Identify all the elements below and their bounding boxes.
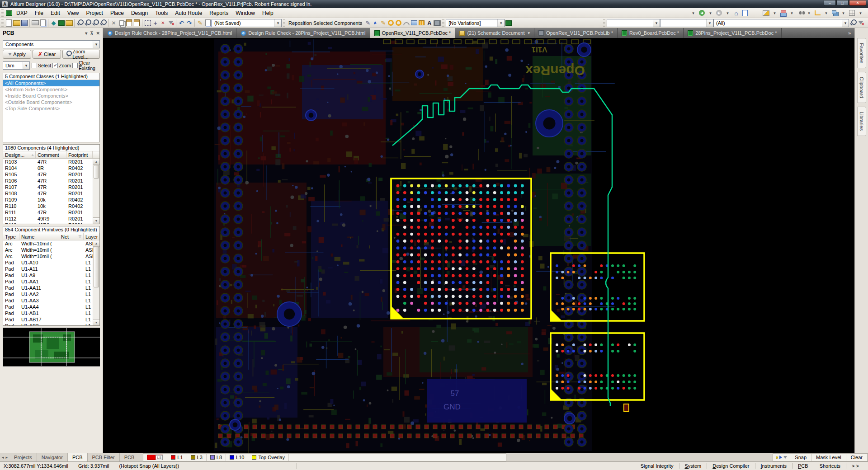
primitive-row[interactable]: Pad U1-A9 L1 (3, 272, 99, 278)
pcb-canvas[interactable]: 57GNDOpenRexV1I1 (103, 38, 854, 453)
align-dropdown-icon[interactable] (788, 9, 796, 17)
components-scrollbar[interactable] (93, 159, 99, 224)
component-class-item[interactable]: <Bottom Side Components> (3, 86, 99, 93)
chevron-down-icon[interactable]: ▾ (274, 19, 281, 27)
arrange-dropdown-icon[interactable] (840, 9, 847, 17)
forward-dropdown-icon[interactable] (724, 9, 731, 17)
panel-tab[interactable]: PCB (120, 453, 140, 461)
primitive-row[interactable]: Pad U1-AA4 L1 (3, 304, 99, 310)
zoom-area-icon[interactable] (84, 19, 91, 27)
document-tab[interactable]: OpenRex_V1I1_PCB.PcbLib * (534, 28, 618, 38)
open-project-icon[interactable] (65, 19, 73, 27)
primitives-scrollbar[interactable] (93, 240, 99, 325)
component-class-item[interactable]: <All Components> (3, 80, 99, 86)
paste-special-icon[interactable] (133, 19, 141, 27)
edit-route-icon[interactable] (364, 19, 372, 27)
maximize-button[interactable]: ▢ (836, 0, 849, 6)
panel-tab[interactable]: Projects (9, 453, 37, 461)
panel-tab[interactable]: Navigator (37, 453, 68, 461)
layer-tab[interactable]: L10 (226, 454, 248, 461)
primitive-row[interactable]: Pad U1-AB1 L1 (3, 310, 99, 316)
zoom-selected-icon[interactable] (99, 19, 107, 27)
menu-item[interactable]: View (64, 9, 83, 17)
menu-item[interactable]: Tools (151, 9, 171, 17)
status-panel-button[interactable]: > > (846, 463, 864, 469)
close-button[interactable]: ✕ (849, 0, 866, 6)
back-icon[interactable] (698, 9, 706, 17)
dimension-dropdown-icon[interactable] (822, 9, 830, 17)
mask-control-button[interactable]: Mask Level (811, 454, 846, 461)
new-document-icon[interactable] (5, 19, 13, 27)
string-icon[interactable] (425, 19, 433, 27)
component-row[interactable]: R104 0R R0402 (3, 165, 99, 171)
grid-icon[interactable] (848, 9, 856, 17)
via-icon[interactable] (395, 19, 402, 27)
side-panel-tab[interactable]: Favorites (857, 38, 866, 68)
component-class-item[interactable]: <Top Side Components> (3, 105, 99, 112)
tab-overflow-icon[interactable] (844, 28, 854, 38)
menu-item[interactable]: Place (107, 9, 127, 17)
component-row[interactable]: R105 47R R0201 (3, 171, 99, 178)
panel-tab[interactable]: PCB Filter (88, 453, 120, 461)
component-class-item[interactable]: <Outside Board Components> (3, 99, 99, 105)
measure-icon[interactable] (762, 9, 770, 17)
chevron-down-icon[interactable]: ▾ (706, 19, 713, 27)
primitive-row[interactable]: Pad U1-AA1 L1 (3, 278, 99, 285)
menu-item[interactable]: Window (232, 9, 259, 17)
panel-menu-icon[interactable]: ▾ (85, 31, 87, 36)
toolbar-grip[interactable] (283, 19, 285, 27)
panel-close-icon[interactable]: ✕ (96, 31, 100, 36)
component-class-item[interactable]: <Inside Board Components> (3, 93, 99, 99)
smart-edit-icon[interactable] (379, 19, 387, 27)
filter-zoom-icon[interactable] (849, 19, 857, 27)
chevron-down-icon[interactable]: ▾ (23, 62, 29, 69)
move-icon[interactable] (151, 19, 159, 27)
document-tab[interactable]: (21) Schematic Document (455, 28, 534, 38)
column-filter-icon[interactable]: ▽ (79, 235, 81, 239)
side-panel-tab[interactable]: Clipboard (857, 72, 866, 103)
menu-item[interactable]: Reports (206, 9, 232, 17)
menu-item[interactable]: Edit (47, 9, 64, 17)
open-board-icon[interactable] (57, 19, 65, 27)
checkbox-group[interactable]: Zoom (52, 63, 71, 68)
undo-icon[interactable] (178, 19, 185, 27)
layer-tab[interactable]: L3 (187, 454, 207, 461)
status-panel-button[interactable]: Instruments (755, 463, 792, 469)
clear-button[interactable]: Clear (33, 50, 61, 59)
open-document-icon[interactable] (13, 19, 20, 27)
dim-combo[interactable]: Dim ▾ (3, 61, 30, 70)
pointer-icon[interactable] (372, 19, 379, 27)
panel-tab[interactable]: PCB (68, 453, 88, 461)
filter-combo-2[interactable]: ▾ (660, 19, 713, 27)
camera-icon[interactable] (204, 19, 212, 27)
menu-item[interactable]: Design (127, 9, 151, 17)
grid-dropdown-icon[interactable] (857, 9, 864, 17)
zoom-out-icon[interactable] (91, 19, 99, 27)
status-panel-button[interactable]: Signal Integrity (635, 463, 679, 469)
toolbar-grip[interactable] (603, 19, 605, 27)
chevron-down-icon[interactable]: ▾ (93, 41, 99, 48)
view-3d-icon[interactable] (50, 19, 57, 27)
arrange-icon[interactable] (831, 9, 839, 17)
layer-tab[interactable]: Top Overlay (248, 454, 289, 461)
status-panel-button[interactable]: Shortcuts (814, 463, 846, 469)
menu-item[interactable]: Auto Route (171, 9, 206, 17)
variant-board-icon[interactable] (505, 19, 512, 27)
dimension-icon[interactable] (814, 9, 821, 17)
document-tab[interactable]: 28Pins_Project_V1I1_PCB.PcbDoc * (684, 28, 781, 38)
refresh-icon[interactable] (741, 9, 749, 17)
variations-combo[interactable]: [No Variations] ▾ (446, 19, 505, 27)
filter-clear-icon[interactable] (857, 19, 864, 27)
checkbox-group[interactable]: Clear Existing (72, 60, 100, 71)
clear-filter-icon[interactable] (167, 19, 175, 27)
primitives-column-header[interactable]: Type Name Net▽ Layer (3, 233, 99, 240)
print-icon[interactable] (31, 19, 39, 27)
measure-dropdown-icon[interactable] (771, 9, 778, 17)
component-row[interactable]: R106 47R R0201 (3, 178, 99, 184)
tab-scroll-right-icon[interactable]: ▸ (6, 455, 8, 460)
mask-icons[interactable] (773, 454, 790, 461)
polygon-icon[interactable] (418, 19, 425, 27)
zoom-level-button[interactable]: Zoom Level... (62, 50, 100, 59)
layer-tab[interactable]: L8 (207, 454, 226, 461)
checkbox-group[interactable]: Select (32, 63, 51, 68)
